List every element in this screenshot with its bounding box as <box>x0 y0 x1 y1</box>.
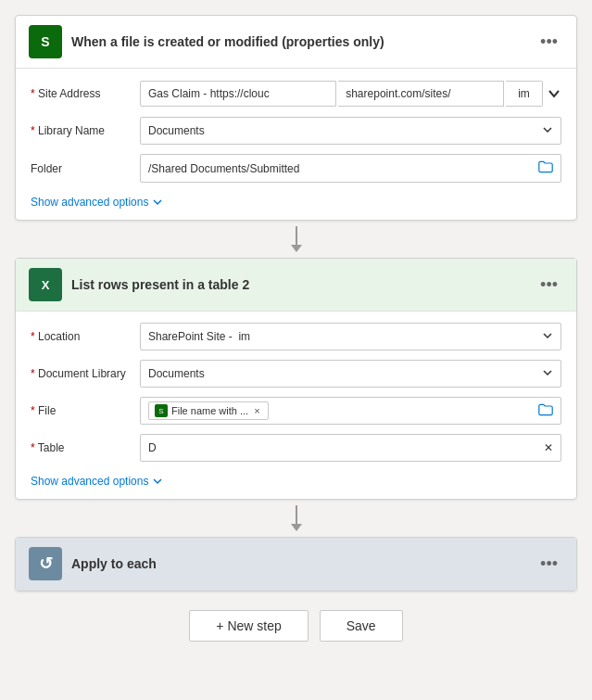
file-tag-remove[interactable]: × <box>252 405 261 416</box>
library-name-select[interactable]: Documents <box>140 117 561 145</box>
apply-card-header: ↺ Apply to each ••• <box>16 538 576 591</box>
excel-icon: X <box>29 268 62 301</box>
site-address-part3[interactable]: im <box>506 81 543 107</box>
action-buttons: + New step Save <box>189 610 402 642</box>
excel-card-menu[interactable]: ••• <box>535 274 563 297</box>
site-address-row: Site Address Gas Claim - https://clouc s… <box>31 80 561 108</box>
file-tag-icon: S <box>155 404 168 417</box>
file-label: File <box>31 404 132 417</box>
connector-line-1 <box>296 226 297 245</box>
folder-value: /Shared Documents/Submitted <box>148 162 538 175</box>
apply-card-title: Apply to each <box>71 556 525 571</box>
document-library-label: Document Library <box>31 367 132 380</box>
connector-arrow-1 <box>291 245 302 252</box>
apply-icon: ↺ <box>29 547 62 580</box>
show-advanced-trigger[interactable]: Show advanced options <box>31 196 163 209</box>
excel-card-title: List rows present in a table 2 <box>71 277 525 292</box>
file-row: File S File name with ... × <box>31 397 561 425</box>
apply-card-menu[interactable]: ••• <box>535 553 563 576</box>
location-row: Location SharePoint Site - im <box>31 323 561 350</box>
excel-card-body: Location SharePoint Site - im Document L… <box>16 312 576 499</box>
connector-1 <box>291 221 302 258</box>
file-folder-icon[interactable] <box>538 402 553 420</box>
excel-card-header: X List rows present in a table 2 ••• <box>16 259 576 312</box>
library-name-value: Documents <box>148 124 542 137</box>
connector-arrow-2 <box>291 524 302 531</box>
folder-row: Folder /Shared Documents/Submitted <box>31 154 561 183</box>
folder-control[interactable]: /Shared Documents/Submitted <box>140 154 561 183</box>
document-library-select[interactable]: Documents <box>140 360 561 388</box>
document-library-value: Documents <box>148 367 542 380</box>
library-name-label: Library Name <box>31 124 132 137</box>
site-address-dropdown[interactable] <box>547 80 561 108</box>
site-address-control[interactable]: Gas Claim - https://clouc sharepoint.com… <box>140 81 543 107</box>
trigger-card-title: When a file is created or modified (prop… <box>71 34 525 49</box>
save-button[interactable]: Save <box>320 610 403 642</box>
site-address-part1[interactable]: Gas Claim - https://clouc <box>140 81 336 107</box>
new-step-button[interactable]: + New step <box>189 610 308 642</box>
folder-icon <box>538 159 553 177</box>
table-value: D <box>148 441 544 454</box>
show-advanced-excel[interactable]: Show advanced options <box>31 475 163 488</box>
site-address-part2[interactable]: sharepoint.com/sites/ <box>338 81 504 107</box>
sharepoint-icon: S <box>29 25 62 58</box>
location-select[interactable]: SharePoint Site - im <box>140 323 561 350</box>
excel-card: X List rows present in a table 2 ••• Loc… <box>15 258 577 500</box>
trigger-card-menu[interactable]: ••• <box>535 31 563 54</box>
table-label: Table <box>31 441 132 454</box>
file-tag-label: File name with ... <box>171 405 248 416</box>
file-tag: S File name with ... × <box>148 401 269 420</box>
doc-library-chevron-icon <box>542 367 553 380</box>
location-chevron-icon <box>542 330 553 343</box>
apply-card: ↺ Apply to each ••• <box>15 537 577 592</box>
site-address-label: Site Address <box>31 87 132 100</box>
table-row: Table D ✕ <box>31 434 561 462</box>
table-control[interactable]: D ✕ <box>140 434 561 462</box>
location-value: SharePoint Site - im <box>148 330 542 343</box>
library-chevron-icon <box>542 124 553 137</box>
file-control[interactable]: S File name with ... × <box>140 397 561 425</box>
trigger-card-header: S When a file is created or modified (pr… <box>16 16 576 69</box>
location-label: Location <box>31 330 132 343</box>
folder-label: Folder <box>31 162 132 175</box>
connector-line-2 <box>296 505 297 524</box>
library-name-row: Library Name Documents <box>31 117 561 145</box>
connector-2 <box>291 500 302 537</box>
document-library-row: Document Library Documents <box>31 360 561 388</box>
table-clear-icon[interactable]: ✕ <box>544 441 553 454</box>
trigger-card-body: Site Address Gas Claim - https://clouc s… <box>16 69 576 220</box>
trigger-card: S When a file is created or modified (pr… <box>15 15 577 221</box>
